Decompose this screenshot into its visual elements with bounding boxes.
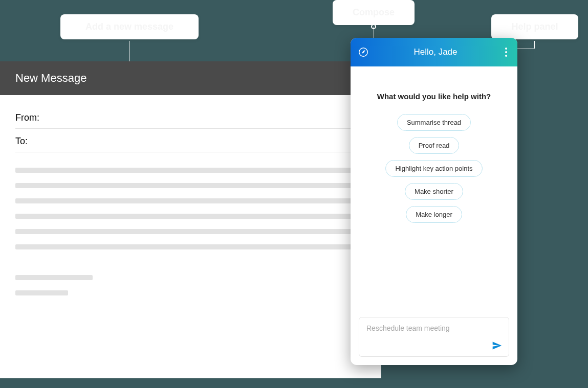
assistant-greeting: Hello, Jade — [413, 47, 457, 57]
chip-make-longer[interactable]: Make longer — [406, 206, 462, 223]
assistant-body: What would you like help with? Summarise… — [351, 66, 517, 309]
skeleton-line — [15, 275, 93, 280]
compose-title: New Message — [15, 72, 86, 84]
assistant-input-box — [359, 317, 509, 357]
chip-summarise-thread[interactable]: Summarise thread — [397, 114, 471, 131]
compose-body: From: To: — [0, 95, 381, 316]
skeleton-line — [15, 198, 366, 203]
skeleton-line — [15, 168, 366, 173]
callout-help-panel: Help panel — [491, 14, 578, 39]
kebab-menu-icon[interactable] — [501, 47, 511, 57]
to-field[interactable]: To: — [15, 129, 366, 152]
skeleton-line — [15, 290, 68, 295]
skeleton-line — [15, 244, 366, 249]
chip-make-shorter[interactable]: Make shorter — [405, 183, 463, 200]
feather-icon — [357, 45, 370, 59]
to-label: To: — [15, 136, 28, 147]
message-body-placeholder[interactable] — [15, 168, 366, 295]
callout-compose: Compose — [333, 0, 415, 25]
compose-header: New Message — [0, 61, 381, 95]
from-field[interactable]: From: — [15, 105, 366, 129]
skeleton-line — [15, 183, 366, 188]
compose-window: New Message From: To: — [0, 61, 381, 378]
skeleton-line — [15, 214, 366, 219]
assistant-header: Hello, Jade — [351, 38, 517, 66]
chip-highlight-action-points[interactable]: Highlight key action points — [385, 160, 482, 177]
assistant-prompt: What would you like help with? — [377, 92, 491, 101]
skeleton-line — [15, 229, 366, 234]
from-label: From: — [15, 112, 39, 123]
pointer-line — [534, 41, 535, 49]
callout-new-message: Add a new message — [60, 14, 199, 39]
assistant-input-area — [351, 309, 517, 365]
suggestion-chips: Summarise thread Proof read Highlight ke… — [385, 114, 482, 223]
chip-proof-read[interactable]: Proof read — [409, 137, 460, 154]
assistant-panel: Hello, Jade What would you like help wit… — [351, 38, 517, 365]
send-icon[interactable] — [491, 340, 503, 351]
assistant-text-input[interactable] — [366, 324, 502, 332]
